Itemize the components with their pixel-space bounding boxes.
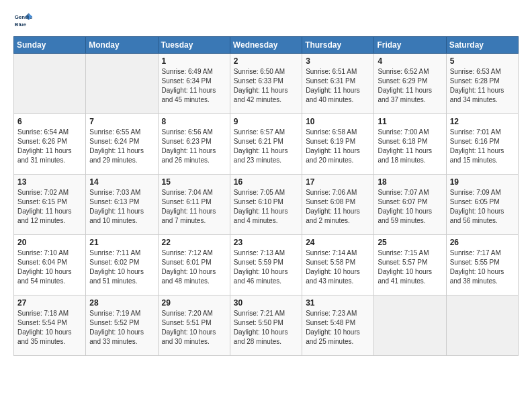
calendar-cell: 26 Sunrise: 7:17 AM Sunset: 5:55 PM Dayl… (446, 235, 518, 295)
cell-content: Sunrise: 6:55 AM Sunset: 6:24 PM Dayligh… (89, 128, 154, 165)
sunrise-text: Sunrise: 6:49 AM (162, 67, 226, 77)
day-number: 28 (89, 298, 154, 308)
day-number: 19 (450, 177, 515, 187)
calendar-cell (446, 295, 518, 356)
day-number: 15 (162, 177, 226, 187)
calendar-cell: 20 Sunrise: 7:10 AM Sunset: 6:04 PM Dayl… (14, 235, 86, 295)
calendar-page: General Blue SundayMondayTuesdayWednesda… (0, 0, 532, 369)
cell-content: Sunrise: 7:11 AM Sunset: 6:02 PM Dayligh… (89, 248, 154, 286)
calendar-cell: 16 Sunrise: 7:05 AM Sunset: 6:10 PM Dayl… (230, 175, 302, 235)
calendar-cell: 31 Sunrise: 7:23 AM Sunset: 5:48 PM Dayl… (302, 295, 374, 356)
calendar-cell: 21 Sunrise: 7:11 AM Sunset: 6:02 PM Dayl… (86, 235, 158, 295)
calendar-cell (86, 54, 158, 114)
cell-content: Sunrise: 7:05 AM Sunset: 6:10 PM Dayligh… (234, 188, 298, 226)
sunset-text: Sunset: 6:28 PM (450, 77, 515, 86)
daylight-text: Daylight: 11 hours and 20 minutes. (306, 146, 370, 165)
cell-content: Sunrise: 7:17 AM Sunset: 5:55 PM Dayligh… (450, 248, 515, 286)
sunrise-text: Sunrise: 7:06 AM (306, 188, 370, 197)
day-number: 17 (306, 177, 370, 187)
sunset-text: Sunset: 6:13 PM (89, 197, 154, 207)
cell-content: Sunrise: 7:06 AM Sunset: 6:08 PM Dayligh… (306, 188, 370, 226)
calendar-cell: 14 Sunrise: 7:03 AM Sunset: 6:13 PM Dayl… (86, 175, 158, 235)
day-number: 14 (89, 177, 154, 187)
logo: General Blue (13, 11, 35, 30)
day-number: 3 (306, 56, 370, 66)
day-number: 24 (306, 238, 370, 247)
sunrise-text: Sunrise: 7:09 AM (450, 188, 515, 197)
daylight-text: Daylight: 10 hours and 33 minutes. (89, 328, 154, 347)
calendar-cell: 17 Sunrise: 7:06 AM Sunset: 6:08 PM Dayl… (302, 175, 374, 235)
daylight-text: Daylight: 11 hours and 29 minutes. (89, 146, 154, 165)
daylight-text: Daylight: 11 hours and 10 minutes. (89, 207, 154, 226)
day-header: Sunday (14, 37, 86, 54)
sunrise-text: Sunrise: 7:21 AM (234, 309, 298, 318)
sunset-text: Sunset: 6:18 PM (378, 137, 442, 146)
cell-content: Sunrise: 6:53 AM Sunset: 6:28 PM Dayligh… (450, 67, 515, 105)
cell-content: Sunrise: 7:04 AM Sunset: 6:11 PM Dayligh… (162, 188, 226, 226)
daylight-text: Daylight: 11 hours and 34 minutes. (450, 86, 515, 105)
cell-content: Sunrise: 7:23 AM Sunset: 5:48 PM Dayligh… (306, 309, 370, 347)
cell-content: Sunrise: 7:18 AM Sunset: 5:54 PM Dayligh… (17, 309, 82, 347)
cell-content: Sunrise: 7:15 AM Sunset: 5:57 PM Dayligh… (378, 248, 442, 286)
sunrise-text: Sunrise: 7:12 AM (162, 248, 226, 258)
cell-content: Sunrise: 7:10 AM Sunset: 6:04 PM Dayligh… (17, 248, 82, 286)
cell-content: Sunrise: 7:13 AM Sunset: 5:59 PM Dayligh… (234, 248, 298, 286)
sunset-text: Sunset: 5:54 PM (17, 318, 82, 328)
day-number: 30 (234, 298, 298, 308)
daylight-text: Daylight: 11 hours and 45 minutes. (162, 86, 226, 105)
sunset-text: Sunset: 6:08 PM (306, 197, 370, 207)
daylight-text: Daylight: 10 hours and 28 minutes. (234, 328, 298, 347)
cell-content: Sunrise: 7:12 AM Sunset: 6:01 PM Dayligh… (162, 248, 226, 286)
day-number: 5 (450, 56, 515, 66)
calendar-cell: 10 Sunrise: 6:58 AM Sunset: 6:19 PM Dayl… (302, 114, 374, 175)
sunrise-text: Sunrise: 7:17 AM (450, 248, 515, 258)
sunset-text: Sunset: 5:48 PM (306, 318, 370, 328)
calendar-week-row: 20 Sunrise: 7:10 AM Sunset: 6:04 PM Dayl… (14, 235, 519, 295)
calendar-table: SundayMondayTuesdayWednesdayThursdayFrid… (13, 36, 519, 356)
cell-content: Sunrise: 6:52 AM Sunset: 6:29 PM Dayligh… (378, 67, 442, 105)
day-number: 7 (89, 117, 154, 126)
calendar-cell: 15 Sunrise: 7:04 AM Sunset: 6:11 PM Dayl… (158, 175, 230, 235)
day-number: 26 (450, 238, 515, 247)
cell-content: Sunrise: 7:01 AM Sunset: 6:16 PM Dayligh… (450, 128, 515, 165)
calendar-cell: 7 Sunrise: 6:55 AM Sunset: 6:24 PM Dayli… (86, 114, 158, 175)
sunrise-text: Sunrise: 7:10 AM (17, 248, 82, 258)
daylight-text: Daylight: 10 hours and 38 minutes. (450, 267, 515, 286)
calendar-week-row: 6 Sunrise: 6:54 AM Sunset: 6:26 PM Dayli… (14, 114, 519, 175)
day-header: Friday (374, 37, 446, 54)
daylight-text: Daylight: 10 hours and 35 minutes. (17, 328, 82, 347)
calendar-cell: 12 Sunrise: 7:01 AM Sunset: 6:16 PM Dayl… (446, 114, 518, 175)
sunset-text: Sunset: 6:16 PM (450, 137, 515, 146)
cell-content: Sunrise: 6:51 AM Sunset: 6:31 PM Dayligh… (306, 67, 370, 105)
sunset-text: Sunset: 6:01 PM (162, 258, 226, 267)
calendar-cell: 9 Sunrise: 6:57 AM Sunset: 6:21 PM Dayli… (230, 114, 302, 175)
day-number: 6 (17, 117, 82, 126)
daylight-text: Daylight: 10 hours and 48 minutes. (162, 267, 226, 286)
cell-content: Sunrise: 7:07 AM Sunset: 6:07 PM Dayligh… (378, 188, 442, 226)
daylight-text: Daylight: 10 hours and 56 minutes. (450, 207, 515, 226)
calendar-cell: 2 Sunrise: 6:50 AM Sunset: 6:33 PM Dayli… (230, 54, 302, 114)
calendar-cell: 28 Sunrise: 7:19 AM Sunset: 5:52 PM Dayl… (86, 295, 158, 356)
day-number: 1 (162, 56, 226, 66)
daylight-text: Daylight: 10 hours and 51 minutes. (89, 267, 154, 286)
logo-icon: General Blue (13, 11, 32, 30)
svg-text:Blue: Blue (15, 21, 27, 28)
daylight-text: Daylight: 11 hours and 40 minutes. (306, 86, 370, 105)
daylight-text: Daylight: 11 hours and 37 minutes. (378, 86, 442, 105)
cell-content: Sunrise: 7:02 AM Sunset: 6:15 PM Dayligh… (17, 188, 82, 226)
daylight-text: Daylight: 11 hours and 23 minutes. (234, 146, 298, 165)
calendar-week-row: 27 Sunrise: 7:18 AM Sunset: 5:54 PM Dayl… (14, 295, 519, 356)
sunset-text: Sunset: 6:02 PM (89, 258, 154, 267)
calendar-cell: 25 Sunrise: 7:15 AM Sunset: 5:57 PM Dayl… (374, 235, 446, 295)
sunset-text: Sunset: 6:10 PM (234, 197, 298, 207)
sunrise-text: Sunrise: 7:19 AM (89, 309, 154, 318)
day-number: 16 (234, 177, 298, 187)
sunrise-text: Sunrise: 7:00 AM (378, 128, 442, 137)
calendar-cell: 5 Sunrise: 6:53 AM Sunset: 6:28 PM Dayli… (446, 54, 518, 114)
day-number: 8 (162, 117, 226, 126)
calendar-cell: 1 Sunrise: 6:49 AM Sunset: 6:34 PM Dayli… (158, 54, 230, 114)
sunset-text: Sunset: 5:58 PM (306, 258, 370, 267)
sunrise-text: Sunrise: 7:01 AM (450, 128, 515, 137)
day-number: 10 (306, 117, 370, 126)
calendar-week-row: 1 Sunrise: 6:49 AM Sunset: 6:34 PM Dayli… (14, 54, 519, 114)
